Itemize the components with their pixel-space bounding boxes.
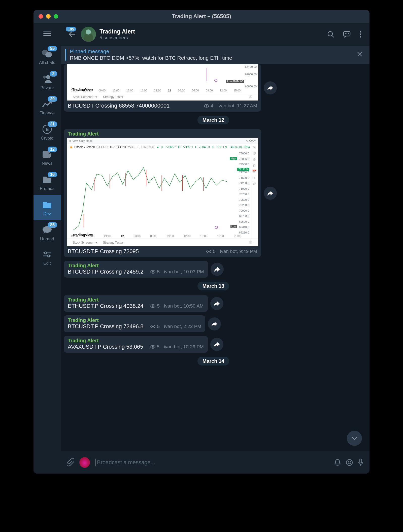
emoji-icon [346, 459, 353, 466]
sidebar: All chats 85 Private 2 Finance 20 ฿ [33, 23, 61, 474]
folder-badge: 2 [50, 71, 57, 77]
sidebar-item-finance[interactable]: Finance 20 [33, 94, 61, 119]
share-icon [214, 342, 220, 347]
folder-badge: 16 [48, 172, 57, 177]
x-tick: 15:00 [200, 235, 207, 239]
svg-point-39 [152, 271, 154, 273]
chat-subtitle: 5 subscribers [99, 35, 135, 41]
y-tick: 71250.0 [234, 182, 249, 185]
x-tick: 09:00 [98, 89, 106, 93]
message-text: BTCUSDT.P Crossing 72095 [68, 248, 139, 255]
date-chip: March 12 [197, 116, 229, 124]
discussion-button[interactable] [340, 28, 353, 40]
y-tick: 72500.0 [234, 163, 249, 166]
sidebar-item-crypto[interactable]: ฿ Crypto 31 [33, 119, 61, 145]
tv-mode: View Only Mode [73, 139, 93, 142]
message-bubble[interactable]: Trading Alert ≡ View Only Mode ⧉ Copy ◉ … [64, 129, 261, 257]
views-icon [206, 250, 211, 253]
search-button[interactable] [325, 28, 337, 40]
pinned-message[interactable]: Pinned message RMB ONCE BTC DOM >57%, wa… [61, 46, 370, 64]
pinned-text: RMB ONCE BTC DOM >57%, watch for BTC Ret… [70, 55, 232, 61]
message-bubble[interactable]: Trading Alert ETHUSDT.P Crossing 4038.24… [64, 295, 208, 312]
x-tick: 09:00 [167, 235, 174, 239]
share-button[interactable] [264, 187, 277, 200]
views-count: 4 [211, 103, 213, 109]
chat-name: Trading Alert [99, 28, 135, 35]
tv-tab: Stock Screener [73, 241, 93, 244]
maximize-window-button[interactable] [54, 14, 58, 19]
settings-icon [41, 248, 53, 260]
svg-line-13 [332, 36, 334, 37]
y-tick: 69250.0 [234, 231, 249, 234]
x-tick: 12 [121, 235, 124, 239]
svg-point-47 [348, 461, 349, 462]
message-bubble[interactable]: Trading Alert AVAXUSDT.P Crossing 53.065… [64, 336, 208, 353]
share-icon [267, 190, 274, 196]
message-meta: 5 ivan bot, 10:03 PM [150, 269, 204, 275]
notifications-button[interactable] [334, 459, 341, 466]
share-button[interactable] [211, 263, 224, 276]
message-meta: 5 ivan bot, 10:50 AM [150, 303, 204, 309]
back-badge: ..05 [66, 27, 76, 31]
back-button[interactable]: ..05 [66, 29, 77, 40]
share-button[interactable] [208, 317, 221, 330]
emoji-button[interactable] [346, 459, 353, 466]
y-tick: 70000.0 [234, 209, 249, 212]
folder-badge: 85 [48, 46, 57, 51]
y-tick: 71500.0 [234, 176, 249, 179]
sidebar-item-promos[interactable]: Promos 16 [33, 170, 61, 195]
message-bubble[interactable]: 67400.00 67000.00 Low 67024.96 66800.00 … [64, 64, 261, 112]
composer-avatar[interactable] [79, 457, 90, 468]
sidebar-item-label: Private [41, 85, 54, 90]
sidebar-item-dev[interactable]: Dev [33, 195, 61, 220]
message-input[interactable] [96, 459, 329, 466]
views-icon [150, 345, 155, 349]
chart-image[interactable]: 67400.00 67000.00 Low 67024.96 66800.00 … [67, 64, 258, 101]
svg-point-35 [215, 226, 218, 229]
paperclip-icon [67, 458, 74, 467]
chat-title-block[interactable]: Trading Alert 5 subscribers [99, 28, 135, 41]
message-time: ivan bot, 2:22 PM [164, 324, 201, 329]
share-button[interactable] [210, 338, 223, 351]
x-tick: 21:00 [104, 235, 111, 239]
sidebar-item-label: Unread [40, 237, 54, 242]
svg-point-20 [360, 36, 361, 38]
chat-avatar[interactable] [81, 27, 96, 42]
sidebar-item-unread[interactable]: Unread 85 [33, 220, 61, 245]
views-count: 5 [213, 249, 216, 254]
menu-button[interactable] [40, 26, 54, 40]
message-bubble[interactable]: Trading Alert BTCUSDT.P Crossing 72496.8… [64, 315, 205, 332]
message-list[interactable]: 67400.00 67000.00 Low 67024.96 66800.00 … [61, 64, 370, 451]
more-button[interactable] [357, 28, 364, 40]
y-tick: 71000.0 [234, 187, 249, 190]
folder-icon [41, 199, 53, 211]
folder-badge: 12 [48, 147, 57, 152]
message-text: ETHUSDT.P Crossing 4038.24 [68, 303, 143, 309]
close-pinned-button[interactable] [355, 49, 364, 60]
sidebar-item-private[interactable]: Private 2 [33, 69, 61, 94]
scroll-to-bottom-button[interactable] [347, 431, 362, 446]
share-button[interactable] [210, 297, 223, 310]
x-tick: 15:00 [71, 235, 78, 239]
close-window-button[interactable] [39, 14, 43, 19]
minimize-window-button[interactable] [46, 14, 51, 19]
message-bubble[interactable]: Trading Alert BTCUSDT.P Crossing 72459.2… [64, 261, 208, 278]
message-time: ivan bot, 10:50 AM [164, 303, 204, 309]
chart-image[interactable]: ≡ View Only Mode ⧉ Copy ◉ Bitcoin / Teth… [67, 138, 258, 246]
x-tick: 21:00 [154, 89, 161, 93]
x-tick: 09:00 [206, 89, 213, 93]
sidebar-item-edit[interactable]: Edit [33, 245, 61, 269]
share-button[interactable] [264, 81, 277, 94]
y-tick: 70500.0 [234, 198, 249, 201]
message-sender: Trading Alert [68, 338, 204, 344]
x-tick: 03:00 [133, 235, 141, 239]
svg-point-37 [208, 251, 210, 252]
sidebar-item-all-chats[interactable]: All chats 85 [33, 44, 61, 69]
sidebar-item-news[interactable]: News 12 [33, 145, 61, 170]
x-tick: 03:00 [178, 89, 185, 93]
x-tick: 06:00 [192, 89, 199, 93]
voice-button[interactable] [358, 458, 363, 467]
message: 67400.00 67000.00 Low 67024.96 66800.00 … [64, 64, 363, 112]
message-sender: Trading Alert [68, 263, 204, 269]
attach-button[interactable] [67, 458, 74, 467]
